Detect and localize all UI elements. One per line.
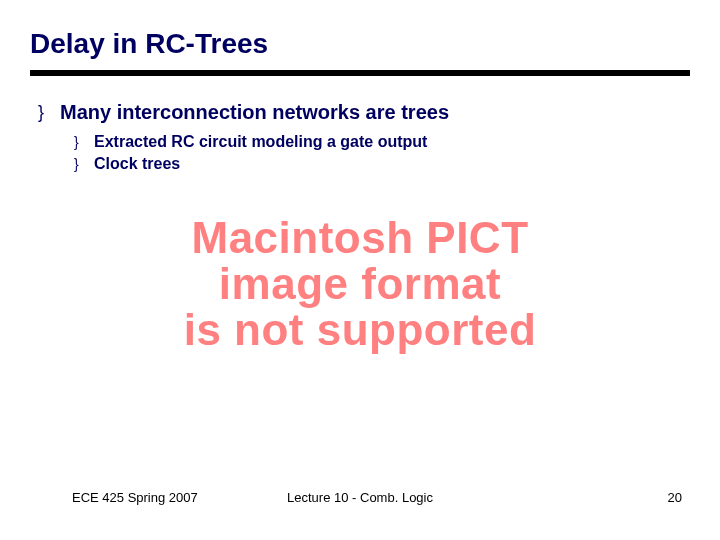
bullet-main: } Many interconnection networks are tree… <box>38 100 449 124</box>
sub-bullet-text: Extracted RC circuit modeling a gate out… <box>94 132 427 152</box>
pict-line: Macintosh PICT <box>140 215 580 261</box>
bullet-glyph-icon: } <box>74 154 94 174</box>
bullet-main-text: Many interconnection networks are trees <box>60 100 449 124</box>
sub-bullet-list: } Extracted RC circuit modeling a gate o… <box>74 132 427 176</box>
footer-page-number: 20 <box>668 490 682 505</box>
title-rule <box>30 70 690 76</box>
footer-center: Lecture 10 - Comb. Logic <box>0 490 720 505</box>
sub-bullet-text: Clock trees <box>94 154 180 174</box>
bullet-glyph-icon: } <box>38 100 60 124</box>
pict-unsupported-message: Macintosh PICT image format is not suppo… <box>140 215 580 354</box>
sub-bullet: } Extracted RC circuit modeling a gate o… <box>74 132 427 152</box>
pict-line: image format <box>140 261 580 307</box>
footer: ECE 425 Spring 2007 Lecture 10 - Comb. L… <box>0 490 720 510</box>
pict-line: is not supported <box>140 307 580 353</box>
slide: Delay in RC-Trees } Many interconnection… <box>0 0 720 540</box>
slide-title: Delay in RC-Trees <box>30 28 268 60</box>
sub-bullet: } Clock trees <box>74 154 427 174</box>
bullet-glyph-icon: } <box>74 132 94 152</box>
